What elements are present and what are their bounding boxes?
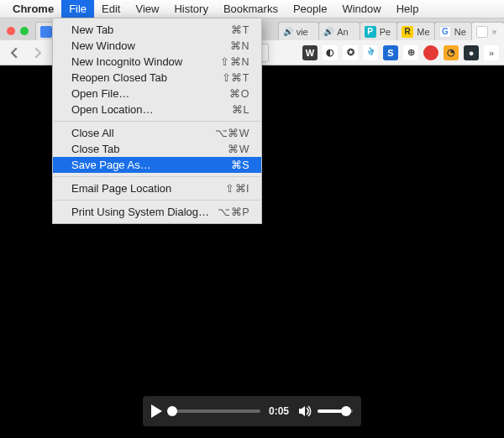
macos-menubar: Chrome File Edit View History Bookmarks … xyxy=(0,0,504,18)
traffic-close[interactable] xyxy=(7,27,15,35)
menu-open-file[interactable]: Open File…⌘O xyxy=(53,86,261,102)
traffic-lights xyxy=(3,27,35,40)
menu-close-tab[interactable]: Close Tab⌘W xyxy=(53,141,261,157)
close-icon[interactable]: × xyxy=(491,27,496,37)
traffic-zoom[interactable] xyxy=(20,27,29,35)
favicon-icon: R xyxy=(402,26,413,38)
media-controls: 0:05 xyxy=(143,396,361,426)
menu-reopen-closed-tab[interactable]: Reopen Closed Tab⇧⌘T xyxy=(53,70,261,86)
volume-slider[interactable] xyxy=(318,409,353,413)
menu-separator xyxy=(54,121,260,122)
browser-tab[interactable]: 🔊 vie xyxy=(278,22,320,40)
menu-new-window[interactable]: New Window⌘N xyxy=(53,38,261,54)
extension-icon[interactable]: ✪ xyxy=(343,45,358,60)
menubar-item-bookmarks[interactable]: Bookmarks xyxy=(216,0,286,18)
menu-print-system-dialog[interactable]: Print Using System Dialog…⌥⌘P xyxy=(53,204,261,220)
browser-tab-active[interactable]: × xyxy=(471,22,504,40)
play-button[interactable] xyxy=(151,404,162,418)
extension-icon[interactable]: S xyxy=(383,45,398,60)
browser-tab[interactable]: R Me xyxy=(396,22,435,40)
favicon-icon xyxy=(40,26,52,38)
menu-open-location[interactable]: Open Location…⌘L xyxy=(53,102,261,117)
extension-icons: W ◐ ✪ ঔ S ⊕ ◔ ● » xyxy=(302,45,499,60)
menu-new-tab[interactable]: New Tab⌘T xyxy=(53,22,261,38)
audio-icon: 🔊 xyxy=(323,27,333,36)
menubar-item-history[interactable]: History xyxy=(166,0,215,18)
menu-separator xyxy=(54,176,260,177)
forward-button[interactable] xyxy=(29,44,47,62)
menubar-item-window[interactable]: Window xyxy=(334,0,388,18)
extension-icon[interactable]: ◐ xyxy=(323,45,338,60)
extension-icon[interactable]: ● xyxy=(464,45,479,60)
extension-icon[interactable]: W xyxy=(302,45,318,60)
browser-tab[interactable]: P Pe xyxy=(360,22,398,40)
favicon-icon: G xyxy=(439,26,451,38)
menubar-item-view[interactable]: View xyxy=(128,0,166,18)
menu-new-incognito[interactable]: New Incognito Window⇧⌘N xyxy=(53,54,261,70)
menu-close-all[interactable]: Close All⌥⌘W xyxy=(53,125,261,141)
browser-tab[interactable]: G Ne xyxy=(434,22,473,40)
back-button[interactable] xyxy=(5,44,24,62)
progress-slider[interactable] xyxy=(171,409,260,413)
menubar-app[interactable]: Chrome xyxy=(5,0,61,18)
time-display: 0:05 xyxy=(269,405,289,417)
menu-separator xyxy=(54,200,260,201)
favicon-icon: P xyxy=(365,26,376,38)
menubar-item-people[interactable]: People xyxy=(286,0,334,18)
audio-icon: 🔊 xyxy=(283,27,293,36)
menubar-item-file[interactable]: File xyxy=(61,0,94,18)
extension-icon[interactable]: ⊕ xyxy=(403,45,418,60)
page-icon xyxy=(476,26,488,38)
menu-email-page-location[interactable]: Email Page Location⇧⌘I xyxy=(53,180,261,196)
extension-icon[interactable]: ◔ xyxy=(444,45,459,60)
extension-icon[interactable]: ঔ xyxy=(363,45,378,60)
menu-save-page-as[interactable]: Save Page As…⌘S xyxy=(53,157,261,173)
volume-handle[interactable] xyxy=(341,406,351,416)
progress-handle[interactable] xyxy=(167,406,177,416)
volume-icon[interactable] xyxy=(297,404,312,419)
browser-tab[interactable]: 🔊 An xyxy=(318,22,360,40)
extension-icon[interactable] xyxy=(423,45,438,60)
extension-overflow[interactable]: » xyxy=(484,45,499,60)
menubar-item-help[interactable]: Help xyxy=(389,0,427,18)
file-menu-dropdown: New Tab⌘T New Window⌘N New Incognito Win… xyxy=(52,18,262,224)
menubar-item-edit[interactable]: Edit xyxy=(94,0,128,18)
